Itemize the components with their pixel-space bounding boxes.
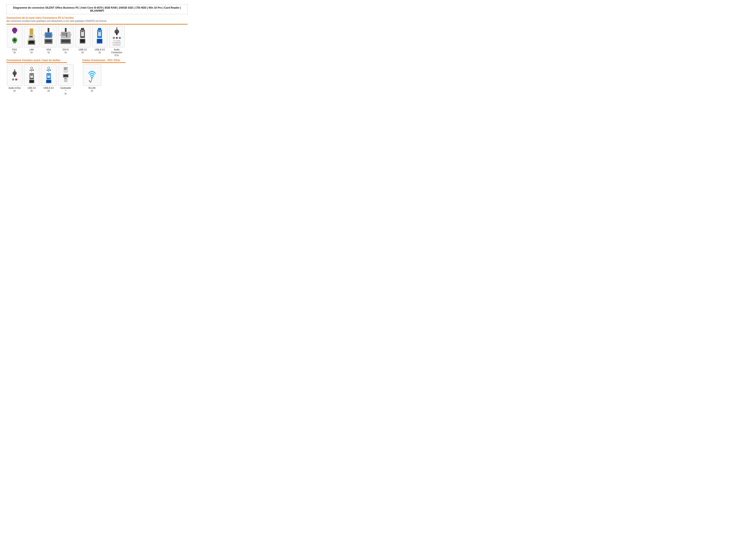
svg-point-6 [14, 31, 14, 31]
svg-rect-77 [98, 31, 101, 32]
svg-rect-28 [48, 28, 49, 32]
svg-rect-107 [47, 80, 51, 83]
audio-dot-green [113, 37, 115, 39]
front-connector-audio-box [7, 64, 22, 86]
rear-section-title: Connexions de la carte mère Connexions P… [7, 16, 187, 19]
svg-point-14 [14, 40, 15, 41]
front-dot-pink [15, 78, 17, 81]
svg-point-64 [60, 34, 62, 36]
svg-point-36 [48, 35, 49, 36]
svg-point-98 [48, 67, 50, 69]
vga-icon [43, 28, 55, 45]
svg-point-41 [49, 36, 50, 37]
svg-point-3 [14, 30, 14, 30]
svg-rect-119 [66, 78, 67, 79]
svg-point-33 [50, 33, 51, 34]
usb20-icon [77, 28, 89, 45]
svg-rect-60 [65, 35, 66, 36]
connector-usb30-box [92, 26, 108, 47]
svg-point-8 [14, 30, 15, 30]
front-dot-green [12, 78, 14, 81]
extension-connector-wlan: W-LAN1x [82, 64, 102, 92]
audio-dots [113, 37, 121, 39]
svg-rect-79 [97, 39, 102, 42]
svg-point-40 [47, 36, 48, 37]
rear-section-subtitle: (les connexions moniteur/carte graphique… [7, 20, 187, 22]
connector-usb30: USB-A 3.02x [92, 26, 108, 57]
svg-point-7 [15, 31, 16, 31]
svg-rect-112 [66, 68, 67, 70]
connector-usb30-label: USB-A 3.02x [94, 48, 105, 54]
extension-connector-wlan-box [83, 64, 101, 86]
front-connector-usb30-box [41, 64, 56, 86]
svg-rect-55 [64, 34, 65, 35]
front-section: Connexions frontales avant / haut du boî… [7, 59, 74, 97]
svg-rect-23 [29, 39, 34, 39]
svg-point-32 [49, 33, 50, 34]
svg-rect-58 [63, 35, 64, 36]
svg-point-12 [14, 39, 14, 40]
svg-rect-105 [48, 75, 50, 75]
svg-rect-73 [80, 39, 85, 42]
connector-ps2: PS/22x [7, 26, 23, 57]
svg-rect-50 [63, 33, 64, 33]
connector-ps2-box [7, 26, 22, 47]
svg-rect-87 [14, 75, 15, 77]
svg-rect-20 [30, 36, 30, 38]
svg-rect-115 [64, 75, 68, 77]
front-connector-usb30: USB-A 3.02x [40, 64, 57, 95]
front-connector-cardreader-label: Cardreader*1x [60, 87, 71, 95]
svg-rect-117 [65, 78, 65, 79]
svg-rect-46 [45, 39, 52, 43]
front-connector-cardreader-box [58, 64, 73, 86]
extension-connector-wlan-label: W-LAN1x [89, 87, 95, 92]
svg-point-13 [15, 39, 16, 40]
svg-point-26 [28, 39, 30, 41]
cardreader-icon [61, 66, 70, 84]
svg-rect-25 [29, 41, 34, 44]
connector-vga-label: VGA1x [46, 48, 51, 54]
svg-rect-52 [65, 33, 66, 33]
connector-usb20-box [75, 26, 91, 47]
svg-rect-59 [64, 35, 65, 36]
bottom-sections: Connexions frontales avant / haut du boî… [7, 59, 187, 97]
front-connector-grid: Audio In/Out1x [7, 64, 74, 95]
svg-rect-71 [81, 31, 84, 32]
connector-lan-label: LAN1x [30, 48, 34, 54]
ps2-top-icon [10, 28, 20, 36]
connector-ps2-label: PS/22x [12, 48, 17, 54]
svg-point-31 [47, 33, 48, 34]
svg-rect-110 [64, 68, 65, 70]
svg-rect-21 [31, 36, 32, 38]
svg-rect-83 [116, 34, 118, 35]
extension-section-title: Cartes d'extension - PCI / PCIe [82, 59, 125, 62]
svg-point-27 [33, 39, 35, 41]
svg-rect-95 [31, 75, 33, 75]
front-usb30-icon [43, 66, 54, 84]
front-usb20-icon [26, 66, 37, 84]
svg-rect-22 [32, 36, 33, 38]
front-connector-usb20: USB 2.03x [23, 64, 40, 95]
connector-usb20-label: USB 2.02x [79, 48, 87, 54]
svg-rect-49 [62, 33, 63, 33]
audio-note: *7.1 avec Frontpanel Connector [110, 40, 123, 46]
page-title: Diagramme de connexion SILENT Office Bus… [7, 4, 187, 14]
svg-rect-47 [65, 28, 67, 32]
svg-rect-53 [62, 34, 63, 35]
connector-audio-label: AudioConnectors5.1x [111, 48, 122, 57]
audio-jack-top-icon [113, 27, 121, 36]
svg-rect-56 [65, 34, 66, 35]
connector-vga: VGA1x [40, 26, 57, 57]
svg-point-123 [89, 80, 90, 82]
svg-rect-2 [14, 32, 16, 33]
svg-rect-97 [30, 80, 34, 83]
svg-rect-63 [66, 36, 67, 37]
connector-dvid: DVI-D1x [58, 26, 74, 57]
front-audio-dots [12, 78, 17, 81]
svg-point-39 [46, 36, 47, 37]
connector-audio-box: *7.1 avec Frontpanel Connector [109, 26, 124, 47]
front-divider [7, 62, 67, 63]
svg-rect-67 [62, 39, 70, 43]
extension-section: Cartes d'extension - PCI / PCIe [82, 59, 125, 97]
svg-point-44 [52, 35, 53, 36]
